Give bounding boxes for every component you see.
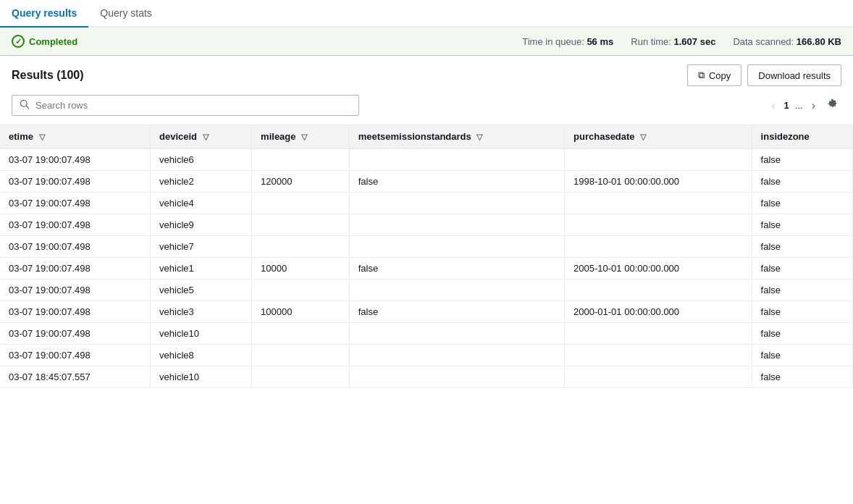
cell-insidezone: false — [752, 280, 852, 301]
cell-meetsemissionstandards — [349, 345, 564, 366]
cell-deviceid: vehicle4 — [151, 193, 252, 214]
cell-deviceid: vehicle5 — [151, 280, 252, 301]
sort-icon-purchasedate: ▽ — [640, 133, 646, 141]
cell-deviceid: vehicle2 — [151, 171, 252, 193]
cell-purchasedate — [565, 345, 752, 366]
table-row: 03-07 19:00:07.498vehicle5false — [0, 280, 853, 301]
cell-insidezone: false — [752, 301, 852, 323]
cell-meetsemissionstandards — [349, 323, 564, 345]
cell-purchasedate — [565, 214, 752, 236]
cell-etime: 03-07 19:00:07.498 — [0, 301, 151, 323]
cell-etime: 03-07 18:45:07.557 — [0, 366, 151, 388]
download-button[interactable]: Download results — [747, 64, 841, 86]
results-title: Results (100) — [12, 69, 84, 82]
cell-meetsemissionstandards — [349, 214, 564, 236]
cell-mileage — [252, 280, 350, 301]
col-header-deviceid[interactable]: deviceid ▽ — [151, 125, 252, 148]
cell-deviceid: vehicle3 — [151, 301, 252, 323]
cell-deviceid: vehicle6 — [151, 148, 252, 171]
svg-line-1 — [26, 106, 29, 109]
cell-meetsemissionstandards — [349, 148, 564, 171]
col-header-purchasedate[interactable]: purchasedate ▽ — [565, 125, 752, 148]
search-row: ‹ 1 ... › — [0, 95, 853, 125]
next-page-button[interactable]: › — [809, 98, 818, 113]
cell-meetsemissionstandards: false — [349, 171, 564, 193]
cell-purchasedate — [565, 323, 752, 345]
tabs-bar: Query results Query stats — [0, 0, 853, 28]
table-row: 03-07 18:45:07.557vehicle10false — [0, 366, 853, 388]
run-time-stat: Run time: 1.607 sec — [631, 36, 715, 47]
cell-deviceid: vehicle10 — [151, 323, 252, 345]
cell-purchasedate: 1998-10-01 00:00:00.000 — [565, 171, 752, 193]
table-header-row: etime ▽ deviceid ▽ mileage ▽ meetsemissi… — [0, 125, 853, 148]
status-bar: ✓ Completed Time in queue: 56 ms Run tim… — [0, 28, 853, 56]
search-input[interactable] — [35, 100, 351, 111]
search-box — [12, 95, 359, 116]
current-page: 1 — [784, 100, 789, 111]
col-header-mileage[interactable]: mileage ▽ — [252, 125, 350, 148]
cell-mileage: 100000 — [252, 301, 350, 323]
sort-icon-deviceid: ▽ — [203, 133, 209, 141]
cell-purchasedate — [565, 366, 752, 388]
cell-mileage — [252, 345, 350, 366]
cell-etime: 03-07 19:00:07.498 — [0, 171, 151, 193]
cell-purchasedate: 2000-01-01 00:00:00.000 — [565, 301, 752, 323]
results-table: etime ▽ deviceid ▽ mileage ▽ meetsemissi… — [0, 125, 853, 388]
check-icon: ✓ — [12, 35, 25, 48]
results-table-container: etime ▽ deviceid ▽ mileage ▽ meetsemissi… — [0, 125, 853, 388]
cell-mileage: 10000 — [252, 258, 350, 280]
col-header-meetsemissionstandards[interactable]: meetsemissionstandards ▽ — [349, 125, 564, 148]
cell-etime: 03-07 19:00:07.498 — [0, 214, 151, 236]
table-row: 03-07 19:00:07.498vehicle9false — [0, 214, 853, 236]
table-settings-button[interactable] — [824, 97, 841, 114]
sort-icon-emission: ▽ — [476, 133, 482, 141]
cell-purchasedate — [565, 148, 752, 171]
prev-page-button[interactable]: ‹ — [768, 98, 778, 113]
copy-icon: ⧉ — [698, 70, 705, 81]
cell-etime: 03-07 19:00:07.498 — [0, 280, 151, 301]
sort-icon-mileage: ▽ — [301, 133, 307, 141]
cell-etime: 03-07 19:00:07.498 — [0, 345, 151, 366]
cell-mileage — [252, 148, 350, 171]
cell-meetsemissionstandards — [349, 280, 564, 301]
sort-icon-etime: ▽ — [39, 133, 45, 141]
cell-insidezone: false — [752, 193, 852, 214]
table-body: 03-07 19:00:07.498vehicle6false03-07 19:… — [0, 148, 853, 388]
cell-etime: 03-07 19:00:07.498 — [0, 193, 151, 214]
cell-purchasedate — [565, 280, 752, 301]
pagination-ellipsis: ... — [795, 100, 803, 111]
cell-mileage — [252, 193, 350, 214]
cell-etime: 03-07 19:00:07.498 — [0, 258, 151, 280]
tab-query-results[interactable]: Query results — [0, 0, 88, 28]
cell-deviceid: vehicle9 — [151, 214, 252, 236]
table-row: 03-07 19:00:07.498vehicle6false — [0, 148, 853, 171]
table-row: 03-07 19:00:07.498vehicle2120000false199… — [0, 171, 853, 193]
cell-insidezone: false — [752, 214, 852, 236]
toolbar-actions: ⧉ Copy Download results — [687, 64, 841, 86]
table-row: 03-07 19:00:07.498vehicle10false — [0, 323, 853, 345]
cell-deviceid: vehicle10 — [151, 366, 252, 388]
cell-purchasedate: 2005-10-01 00:00:00.000 — [565, 258, 752, 280]
time-in-queue-stat: Time in queue: 56 ms — [522, 36, 613, 47]
cell-purchasedate — [565, 236, 752, 258]
cell-etime: 03-07 19:00:07.498 — [0, 236, 151, 258]
cell-meetsemissionstandards — [349, 366, 564, 388]
cell-meetsemissionstandards: false — [349, 258, 564, 280]
cell-mileage — [252, 214, 350, 236]
tab-query-stats[interactable]: Query stats — [88, 0, 164, 28]
cell-insidezone: false — [752, 236, 852, 258]
cell-insidezone: false — [752, 323, 852, 345]
cell-mileage: 120000 — [252, 171, 350, 193]
table-row: 03-07 19:00:07.498vehicle3100000false200… — [0, 301, 853, 323]
cell-etime: 03-07 19:00:07.498 — [0, 323, 151, 345]
col-header-etime[interactable]: etime ▽ — [0, 125, 151, 148]
cell-insidezone: false — [752, 345, 852, 366]
table-row: 03-07 19:00:07.498vehicle110000false2005… — [0, 258, 853, 280]
col-header-insidezone[interactable]: insidezone — [752, 125, 852, 148]
cell-deviceid: vehicle8 — [151, 345, 252, 366]
cell-meetsemissionstandards: false — [349, 301, 564, 323]
status-completed: ✓ Completed — [12, 35, 77, 48]
cell-mileage — [252, 323, 350, 345]
cell-mileage — [252, 366, 350, 388]
copy-button[interactable]: ⧉ Copy — [687, 64, 741, 86]
